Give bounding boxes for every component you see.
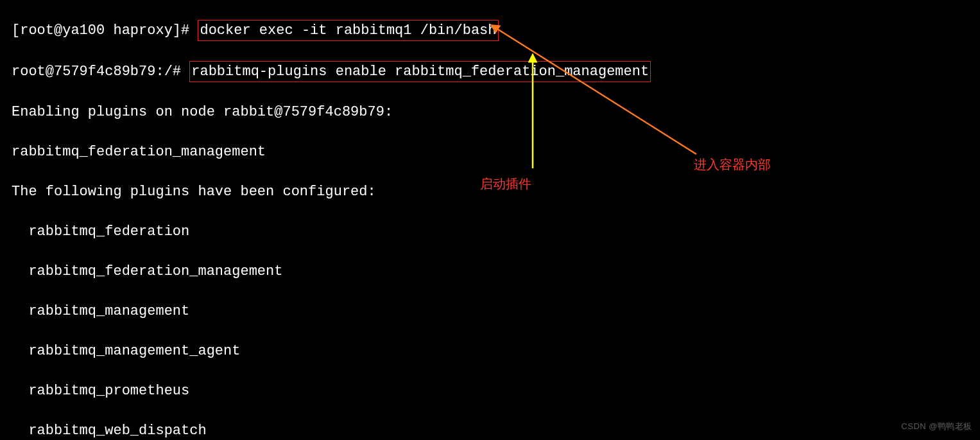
output-line: rabbitmq_prometheus [12,381,968,401]
output-line: The following plugins have been configur… [12,182,968,202]
watermark: CSDN @鸭鸭老板 [901,416,972,436]
boxed-command-docker: docker exec -it rabbitmq1 /bin/bash [198,20,498,41]
output-line: rabbitmq_web_dispatch [12,421,968,440]
output-line: rabbitmq_federation_management [12,142,968,162]
output-line: rabbitmq_management_agent [12,341,968,361]
shell-prompt: root@7579f4c89b79:/# [12,64,189,80]
output-line: Enabling plugins on node rabbit@7579f4c8… [12,102,968,122]
terminal-output[interactable]: [root@ya100 haproxy]# docker exec -it ra… [0,0,980,440]
output-line: rabbitmq_management [12,301,968,321]
shell-prompt: [root@ya100 haproxy]# [12,22,198,39]
output-line: rabbitmq_federation [12,222,968,242]
boxed-command-plugins: rabbitmq-plugins enable rabbitmq_federat… [189,61,651,82]
output-line: rabbitmq_federation_management [12,261,968,281]
